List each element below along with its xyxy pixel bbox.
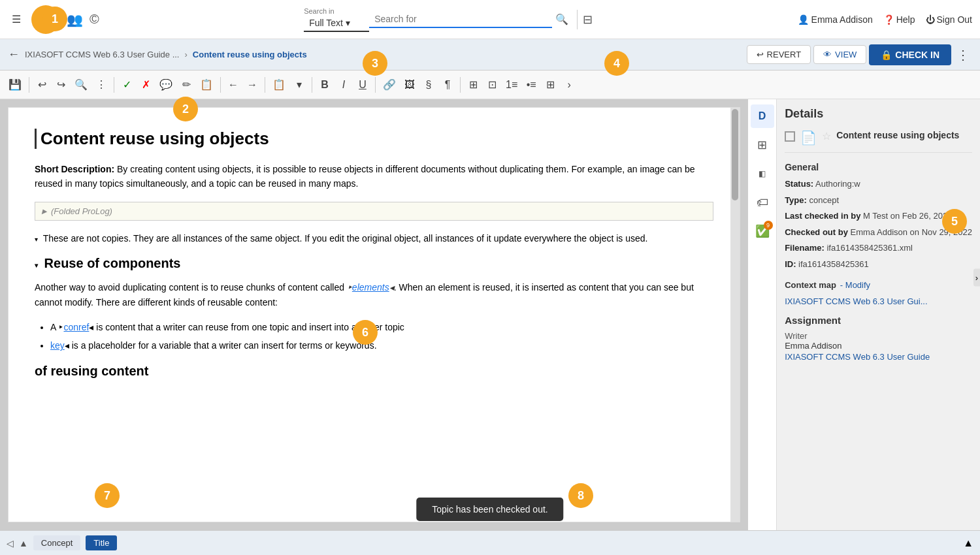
nav-right-button[interactable]: → [244, 76, 261, 93]
partial-heading: of reusing content [35, 364, 713, 379]
users-icon[interactable]: 👥 [67, 12, 83, 27]
doc-checkbox[interactable] [785, 131, 795, 142]
paragraph-1: ▾ These are not copies. They are all ins… [35, 231, 713, 246]
toolbar-divider-3 [220, 77, 221, 93]
filter-icon[interactable]: ⊟ [583, 12, 593, 27]
key-code: key [50, 340, 65, 351]
tab-title[interactable]: Title [86, 535, 117, 550]
details-title: Details [785, 107, 972, 121]
editor-content[interactable]: Content reuse using objects Short Descri… [8, 107, 740, 522]
general-section-title: General [785, 162, 972, 172]
search-dropdown[interactable]: Full Text ▾ [304, 15, 369, 32]
ol-button[interactable]: 1≡ [502, 76, 521, 93]
table-button[interactable]: ⊞ [542, 76, 559, 93]
search-input[interactable] [374, 14, 518, 24]
more-options-button[interactable]: ⋮ [954, 44, 972, 65]
chevron-down-icon: ▾ [346, 18, 350, 28]
tags-icon-button[interactable]: 🏷 [751, 191, 774, 214]
filename-row: Filename: ifa1614358425361.xml [785, 242, 972, 255]
top-navigation: ☰ 1 👥 © Search in Full Text ▾ 🔍 ⊟ 👤 Emma… [0, 0, 980, 39]
italic-button[interactable]: I [335, 76, 352, 93]
folded-prolog[interactable]: ▶ (Folded ProLog) [35, 202, 713, 221]
context-map-link[interactable]: IXIASOFT CCMS Web 6.3 User Gui... [785, 296, 927, 306]
reject-change-button[interactable]: ✗ [137, 76, 154, 93]
doc-star-icon[interactable]: ☆ [822, 130, 831, 142]
toolbar-divider-7 [460, 77, 461, 93]
bottom-icon-2[interactable]: ▲ [19, 538, 28, 548]
assignment-section: Assignment Writer Emma Addison IXIASOFT … [785, 315, 972, 362]
guide-link[interactable]: IXIASOFT CCMS Web 6.3 User Guide [785, 352, 930, 362]
status-row: Status: Authoring:w [785, 178, 972, 191]
checklist-icon-button[interactable]: ✅ 9 [751, 219, 774, 243]
type-row: Type: concept [785, 194, 972, 207]
help-button[interactable]: ❓ Help [883, 14, 915, 25]
details-panel: Details 📄 ☆ Content reuse using objects … [777, 99, 980, 530]
pilcrow-button[interactable]: ¶ [439, 76, 456, 93]
right-panel: D ⊞ ◧ 🏷 ✅ 9 Details 📄 ☆ Content [748, 99, 980, 530]
user-menu[interactable]: 👤 Emma Addison [798, 14, 873, 25]
checkin-button[interactable]: 🔒 CHECK IN [869, 44, 951, 65]
checkedout-row: Checked out by Emma Addison on Nov 29, 2… [785, 226, 972, 239]
bottom-bar: ◁ ▲ Concept Title ▲ [0, 530, 980, 555]
nav-left-button[interactable]: ← [225, 76, 242, 93]
structure2-button[interactable]: ⊡ [483, 76, 500, 93]
section-button[interactable]: § [420, 76, 437, 93]
revert-button[interactable]: ↩ REVERT [747, 45, 811, 64]
image-button[interactable]: 🖼 [401, 76, 418, 93]
modify-link[interactable]: - Modify [840, 280, 870, 290]
scrollbar-thumb[interactable] [732, 109, 738, 200]
clipboard-dropdown[interactable]: ▾ [291, 76, 308, 93]
toolbar-divider-2 [114, 77, 114, 93]
d-label: D [759, 110, 766, 122]
signout-button[interactable]: ⏻ Sign Out [926, 14, 972, 25]
conref-code: conref [63, 322, 89, 332]
bottom-expand-icon[interactable]: ▲ [963, 537, 973, 549]
back-button[interactable]: ← [8, 48, 20, 61]
writer-name: Emma Addison [785, 341, 972, 351]
edit-comment-button[interactable]: ✏ [178, 76, 195, 93]
expand-right-button[interactable]: › [561, 76, 578, 93]
paragraph-2: Another way to avoid duplicating content… [35, 280, 713, 309]
redo-button[interactable]: ↪ [52, 76, 69, 93]
badge-count: 9 [764, 221, 773, 230]
more-toolbar-button[interactable]: ⋮ [93, 76, 110, 93]
toolbar-divider [29, 77, 29, 93]
underline-button[interactable]: U [354, 76, 371, 93]
track-changes-button[interactable]: 📋 [197, 76, 216, 93]
save-button[interactable]: 💾 [5, 76, 25, 93]
link-button[interactable]: 🔗 [380, 76, 399, 93]
search-toolbar-button[interactable]: 🔍 [71, 76, 91, 93]
expand-icon[interactable]: ▶ [42, 208, 47, 215]
resize-panel[interactable]: ◧ [751, 162, 774, 185]
search-submit-icon[interactable]: 🔍 [552, 10, 572, 28]
structure-icon-button[interactable]: ⊞ [751, 133, 774, 157]
ul-button[interactable]: •≡ [523, 76, 540, 93]
bottom-icon-1[interactable]: ◁ [7, 538, 14, 548]
main-area: Content reuse using objects Short Descri… [0, 99, 980, 530]
app-logo-circle: 1 [31, 5, 60, 34]
heading-reuse: ▾ Reuse of components [35, 256, 713, 271]
lock-icon: 🔒 [881, 50, 892, 60]
details-icon-button[interactable]: D [751, 104, 774, 128]
view-button[interactable]: 👁 VIEW [813, 45, 866, 64]
breadcrumb-parent[interactable]: IXIASOFT CCMS Web 6.3 User Guide ... [25, 50, 179, 59]
user-icon: 👤 [798, 14, 809, 25]
tab-concept[interactable]: Concept [33, 535, 80, 550]
sidebar-expand-button[interactable]: › [973, 269, 980, 287]
breadcrumb-current: Content reuse using objects [193, 50, 307, 59]
add-comment-button[interactable]: 💬 [156, 76, 176, 93]
sidebar-icons: D ⊞ ◧ 🏷 ✅ 9 [748, 99, 777, 530]
app-icon[interactable]: © [90, 12, 99, 27]
structure1-button[interactable]: ⊞ [465, 76, 482, 93]
toolbar-divider-5 [312, 77, 312, 93]
accept-change-button[interactable]: ✓ [118, 76, 135, 93]
clipboard-button[interactable]: 📋 [269, 76, 289, 93]
elements-code: ‣elements◂ [347, 282, 394, 293]
help-icon: ❓ [883, 14, 894, 25]
breadcrumb-separator: › [184, 50, 187, 59]
bold-button[interactable]: B [316, 76, 333, 93]
hamburger-button[interactable]: ☰ [8, 10, 25, 28]
undo-button[interactable]: ↩ [33, 76, 50, 93]
doc-title-row: 📄 ☆ Content reuse using objects [785, 130, 972, 153]
scrollbar[interactable] [730, 108, 740, 522]
